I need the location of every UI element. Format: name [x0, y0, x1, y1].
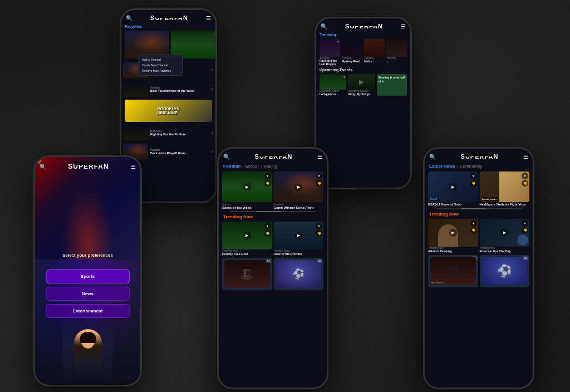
dislike-btn-soccer[interactable]: 👎	[264, 180, 271, 187]
trending-item-extra: Trending ...	[386, 39, 407, 66]
phone-front-right: 🔍 SUPERFAN ☰ Latest News • Community KSA…	[423, 147, 534, 389]
dislike-forecast[interactable]: 👎	[522, 227, 528, 234]
search-icon-fl[interactable]: 🔍	[40, 164, 46, 170]
trending-penalty: ♥ 👎 ▶ Trending Now Penalty Kick Goal	[222, 222, 272, 256]
pref-entertainment-btn[interactable]: Entertainment	[46, 304, 130, 318]
ad-row-fr: Ad 13 MLS Soccer Ad ⚽	[425, 254, 533, 288]
card-options-2[interactable]: ≡	[211, 87, 214, 92]
pref-header: 🔍 SUPERFAN ☰	[35, 157, 140, 173]
trending-label-br: Trending	[316, 32, 410, 38]
tags-line-fc: Football • Soccer • Racing	[219, 162, 327, 170]
menu-icon-fr[interactable]: ☰	[523, 154, 528, 160]
search-icon-br[interactable]: 🔍	[321, 23, 327, 30]
search-icon-fc[interactable]: 🔍	[223, 154, 230, 160]
fav-card-nascar: NASCAR Fighting For the Podium ≡	[121, 123, 215, 142]
trending-now-fc: Trending Now	[219, 213, 327, 220]
play-football[interactable]: ▶	[294, 183, 302, 191]
search-icon-fr[interactable]: 🔍	[429, 154, 436, 160]
menu-icon-br[interactable]: ☰	[401, 23, 406, 30]
thumb-actions-soccer: ♥ 👎	[264, 173, 271, 187]
like-ksat[interactable]: ♥	[470, 173, 477, 179]
pref-sports-btn[interactable]: Sports	[46, 270, 130, 283]
pref-news-btn[interactable]: News	[46, 287, 130, 301]
featured-healthcare: Spread more... ♥ 👎 Healthcare Students F…	[480, 171, 530, 207]
ad-card-2: Ad ⚽	[274, 258, 324, 290]
ad-row-fc: Ad 🎩 Ad ⚽	[219, 257, 327, 291]
ad-card-fr-1: Ad 13 MLS Soccer	[428, 255, 478, 287]
fav-cards: Baseball Best Of The West ≡ Football Bes…	[121, 61, 215, 161]
menu-icon-fl[interactable]: ☰	[131, 164, 136, 170]
thumb-actions-penalty: ♥ 👎	[264, 223, 271, 237]
card-options-3[interactable]: ≡	[211, 130, 214, 135]
like-roar[interactable]: ♥	[316, 223, 322, 229]
like-adams[interactable]: ♥	[470, 220, 477, 227]
app-title-bl: SUPERFAN	[150, 14, 188, 21]
thumb-actions-health: ♥ 👎	[522, 173, 528, 187]
trending-now-fr: Trending Now	[425, 210, 533, 218]
header-back-right: 🔍 SUPERFAN ☰	[316, 18, 410, 32]
dislike-ksat[interactable]: 👎	[470, 180, 477, 187]
trending-title-roar: Roar of the Premier	[274, 252, 324, 256]
phone-back-right: 🔍 SUPERFAN ☰ Trending ♥ Trending Raya an…	[315, 17, 412, 189]
like-btn-football[interactable]: ♥	[316, 173, 322, 179]
thumb-actions-adams: ♥ 👎	[470, 220, 477, 234]
dot-sep-2: •	[261, 165, 262, 168]
card-options-4[interactable]: ≡	[211, 149, 214, 154]
like-penalty[interactable]: ♥	[264, 223, 271, 229]
featured-row-fc: ♥ 👎 ▶ Soccer Saves of the Week ♥ 👎	[219, 170, 327, 210]
trending-row-fc: ♥ 👎 ▶ Trending Now Penalty Kick Goal ♥	[219, 220, 327, 257]
trending-item-raya: ♥ Trending Raya and the Last Dragon	[320, 39, 340, 66]
featured-ksat: KSAT ♥ 👎 ▶ KSAT-12 News at Noon	[428, 171, 478, 207]
ctx-add-channel[interactable]: Add to Channel	[139, 57, 182, 62]
play-soccer[interactable]: ▶	[243, 183, 251, 191]
like-forecast[interactable]: ♥	[522, 220, 528, 227]
menu-icon-bl[interactable]: ☰	[206, 15, 211, 21]
featured-soccer: ♥ 👎 ▶ Soccer Saves of the Week	[222, 171, 272, 209]
feat-title-ksat: KSAT-12 News at Noon	[428, 203, 478, 206]
tag-football[interactable]: Football	[223, 164, 240, 169]
dislike-btn-football[interactable]: 👎	[316, 180, 322, 187]
trending-item-mystery: Trending Mystery Road	[342, 39, 362, 66]
phone-front-left: 🏈 🔍 SUPERFAN ☰ Select your preferences S…	[33, 155, 142, 386]
context-menu: Add to Channel Create New Channel Remove…	[138, 55, 183, 76]
menu-icon-fc[interactable]: ☰	[317, 154, 322, 160]
winning-card: Winning is only half of it	[377, 74, 407, 96]
featured-row-fr: KSAT ♥ 👎 ▶ KSAT-12 News at Noon Sp	[425, 170, 533, 208]
play-ksat[interactable]: ▶	[449, 183, 457, 191]
ad-badge-fr-2: Ad	[523, 256, 528, 260]
feat-title-soccer: Saves of the Week	[222, 206, 272, 209]
ctx-remove-fav[interactable]: Remove from Favorites	[139, 68, 182, 74]
trending-title-penalty: Penalty Kick Goal	[222, 252, 272, 256]
dislike-roar[interactable]: 👎	[316, 230, 322, 237]
dislike-adams[interactable]: 👎	[470, 227, 477, 234]
tag-racing[interactable]: Racing	[263, 164, 277, 169]
ad-product-fr-2: ⚽	[482, 257, 528, 285]
dislike-penalty[interactable]: 👎	[264, 230, 271, 237]
fav-img-nascar	[123, 125, 148, 140]
search-icon-bl[interactable]: 🔍	[126, 15, 132, 21]
play-penalty[interactable]: ▶	[243, 232, 251, 239]
header-front-right: 🔍 SUPERFAN ☰	[425, 149, 533, 162]
tag-soccer[interactable]: Soccer	[245, 164, 259, 169]
dislike-health[interactable]: 👎	[522, 180, 528, 187]
tag-latest-news[interactable]: Latest News	[429, 164, 455, 169]
header-back-left: 🔍 SUPERFAN ☰	[121, 10, 215, 23]
fav-card-football: Football Best Touchdowns of the Week ≡	[121, 80, 215, 99]
thumb-actions-football: ♥ 👎	[316, 173, 322, 187]
trending-row-fr: ♥ 👎 ▶ Trending Now Adam's Evening ♥	[425, 218, 533, 254]
trending-row-br: ♥ Trending Raya and the Last Dragon Tren…	[316, 38, 410, 67]
play-adams[interactable]: ▶	[449, 229, 457, 237]
like-health[interactable]: ♥	[522, 173, 528, 179]
header-front-center: 🔍 SUPERFAN ☰	[219, 149, 327, 162]
upcoming-row: ♥ Upcoming Events Lollapalooza ▶ Upcomin…	[316, 73, 410, 97]
play-forecast[interactable]: ▶	[500, 229, 508, 237]
ctx-create-channel[interactable]: Create New Channel	[139, 62, 182, 68]
card-options-1[interactable]: ≡	[211, 68, 214, 73]
upcoming-sting: ▶ Upcoming Events Sting: My Songs	[348, 74, 375, 96]
featured-football: ♥ 👎 ▶ Football Game Winner Extra Point	[274, 171, 324, 209]
play-roar[interactable]: ▶	[294, 232, 302, 239]
like-btn-soccer[interactable]: ♥	[264, 173, 271, 179]
upcoming-section-label: Upcoming Events	[316, 67, 410, 73]
pref-app-title: SUPERFAN	[68, 163, 109, 170]
tag-community[interactable]: Community	[460, 164, 482, 169]
